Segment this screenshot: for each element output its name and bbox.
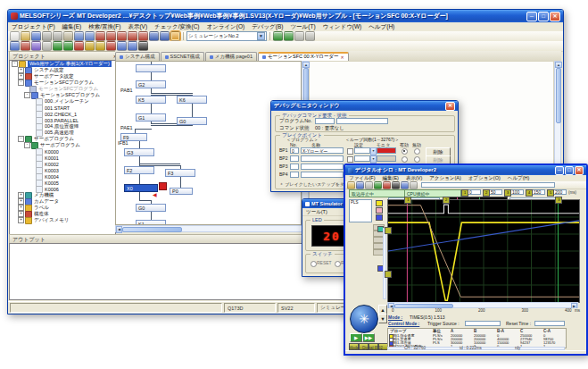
tree-item-10[interactable]: 004.原位置復帰 — [10, 123, 115, 130]
tree-item-8[interactable]: 002.CHECK_1 — [10, 111, 115, 117]
debug-window-icon[interactable] — [138, 41, 148, 51]
tree-item-3[interactable]: -モーションSFCプログラム — [10, 80, 115, 86]
trace-start-button[interactable]: ▶ — [350, 333, 362, 342]
tree-item-9[interactable]: 003.PARALLEL — [10, 117, 115, 123]
channel-chip-2[interactable] — [376, 207, 383, 214]
tree-expander-icon[interactable]: - — [12, 61, 18, 67]
tree-item-18[interactable]: K0004 — [10, 173, 115, 180]
graph-left-marker-1[interactable] — [385, 227, 392, 234]
transfer-icon[interactable] — [138, 31, 148, 41]
bp-set-checkbox[interactable] — [347, 148, 353, 155]
mech-icon[interactable] — [31, 41, 41, 51]
osc-close-button[interactable]: ✕ — [575, 166, 584, 175]
tree-expander-icon[interactable]: + — [18, 198, 24, 205]
tree-item-2[interactable]: +サーボデータ設定 — [10, 73, 115, 80]
monitor-stop-icon[interactable] — [128, 41, 137, 51]
time-marker-5[interactable]: 5 — [547, 189, 554, 197]
panel-scrollbar[interactable] — [383, 228, 386, 299]
channel-chip-1[interactable] — [376, 200, 383, 206]
osc-menu-2[interactable]: 表示(V) — [402, 175, 426, 181]
run-icon[interactable] — [53, 41, 62, 51]
graph-horizontal-scrollbar[interactable]: ◀▶ — [387, 302, 578, 308]
osc-maximize-button[interactable]: □ — [565, 166, 574, 175]
breakpoint-icon[interactable] — [106, 41, 116, 51]
tree-expander-icon[interactable]: + — [18, 67, 24, 73]
tree-expander-icon[interactable]: + — [18, 205, 24, 211]
bp-no-field[interactable]: 0 — [290, 147, 299, 154]
save-project-icon[interactable] — [31, 31, 41, 41]
read-from-cpu-icon[interactable] — [106, 31, 116, 41]
simulator-menu-tool[interactable]: ツール(T) — [302, 209, 331, 215]
tree-item-19[interactable]: K0005 — [10, 180, 115, 186]
minimize-button[interactable]: ─ — [526, 12, 537, 21]
pause-icon[interactable] — [85, 41, 95, 51]
tree-expander-icon[interactable]: - — [24, 142, 30, 148]
sfc-step-K6[interactable]: K6 — [177, 96, 207, 104]
osc-menu-5[interactable]: ヘルプ(H) — [504, 175, 534, 181]
new-project-icon[interactable] — [10, 31, 20, 41]
tree-expander-icon[interactable]: - — [18, 80, 24, 86]
tree-item-6[interactable]: 000.メインルーチン — [10, 98, 115, 105]
menu-item-2[interactable]: 検索/置換(F) — [85, 23, 124, 31]
simulator-stop-icon[interactable] — [284, 31, 294, 41]
menu-item-5[interactable]: オンライン(O) — [203, 23, 249, 31]
tree-expander-icon[interactable]: - — [18, 136, 24, 142]
menu-item-1[interactable]: 編集(E) — [59, 23, 86, 31]
sfc-step-F9[interactable]: F9 — [120, 133, 147, 141]
simulator-start-icon[interactable] — [273, 31, 283, 41]
monitor-start-icon[interactable] — [117, 41, 127, 51]
tree-expander-icon[interactable]: + — [18, 217, 24, 223]
time-marker-2[interactable]: 2 — [483, 189, 490, 197]
osc-trigger-icon[interactable] — [392, 181, 400, 189]
monitor-icon[interactable] — [128, 31, 137, 41]
time-marker-value[interactable]: 200 — [553, 189, 567, 195]
step-run-icon[interactable] — [63, 41, 73, 51]
tree-item-24[interactable]: +構造体 — [10, 211, 115, 217]
osc-probe-icon[interactable] — [401, 181, 409, 189]
sfc-step-blank[interactable] — [136, 64, 166, 72]
sfc-step-K5[interactable]: K5 — [136, 96, 166, 104]
tree-item-14[interactable]: K0000 — [10, 148, 115, 155]
program-name-field[interactable] — [336, 118, 388, 124]
menu-item-7[interactable]: ツール(T) — [286, 23, 319, 31]
paste-icon[interactable] — [63, 31, 73, 41]
tab-0[interactable]: システム構成 — [115, 52, 160, 61]
close-button[interactable]: ✕ — [550, 12, 560, 21]
convert-icon[interactable] — [160, 31, 170, 41]
menu-item-6[interactable]: デバッグ(B) — [248, 23, 286, 31]
osc-menu-4[interactable]: オプション(O) — [465, 175, 504, 181]
sfc-step-X0[interactable]: X0 — [124, 184, 158, 192]
run-radio[interactable] — [335, 261, 341, 267]
bp-no-field[interactable] — [290, 164, 299, 170]
time-marker-1[interactable]: 1 — [461, 189, 468, 197]
graph-top-marker-3[interactable]: 3 — [555, 197, 562, 204]
open-project-icon[interactable] — [21, 31, 30, 41]
servo-program-icon[interactable] — [21, 41, 30, 51]
waveform-graph[interactable]: 123 — [387, 199, 580, 303]
undo-icon[interactable] — [74, 31, 84, 41]
graph-top-marker-2[interactable]: 2 — [443, 197, 450, 204]
tree-item-0[interactable]: -Web用サンプル 事例1(X-Yローダー) — [10, 61, 115, 67]
reset-time-field[interactable] — [534, 321, 565, 326]
tree-expander-icon[interactable]: + — [18, 211, 24, 217]
sfc-horizontal-scrollbar[interactable]: ◀▶ — [115, 225, 309, 232]
sfc-step-G0[interactable]: G0 — [177, 117, 207, 125]
control-mode-label[interactable]: Control Mode : — [388, 321, 419, 326]
trigger-source-field[interactable] — [465, 321, 501, 326]
bp-enable-radio[interactable] — [402, 148, 408, 155]
bp-set-checkbox[interactable] — [347, 156, 353, 163]
copy-icon[interactable] — [53, 31, 62, 41]
combo-dropdown-icon[interactable]: ▼ — [257, 32, 265, 40]
tab-1[interactable]: SSCNET構成 — [161, 52, 204, 61]
osc-start-icon[interactable] — [374, 181, 382, 189]
bp-no-field[interactable] — [290, 172, 299, 178]
tree-item-20[interactable]: K0006 — [10, 186, 115, 192]
bp-no-field[interactable] — [290, 155, 299, 162]
simulation-combobox[interactable]: シミュレーションNo.2▼ — [186, 31, 267, 41]
osc-help-icon[interactable] — [410, 181, 418, 189]
bp-loop-field[interactable] — [354, 147, 370, 154]
time-marker-value[interactable]: 50 — [489, 189, 502, 195]
scroll-left-icon[interactable]: ◀ — [116, 226, 122, 233]
scroll-thumb[interactable] — [556, 68, 561, 123]
trace-step-button[interactable]: ▶▶ — [362, 333, 375, 342]
